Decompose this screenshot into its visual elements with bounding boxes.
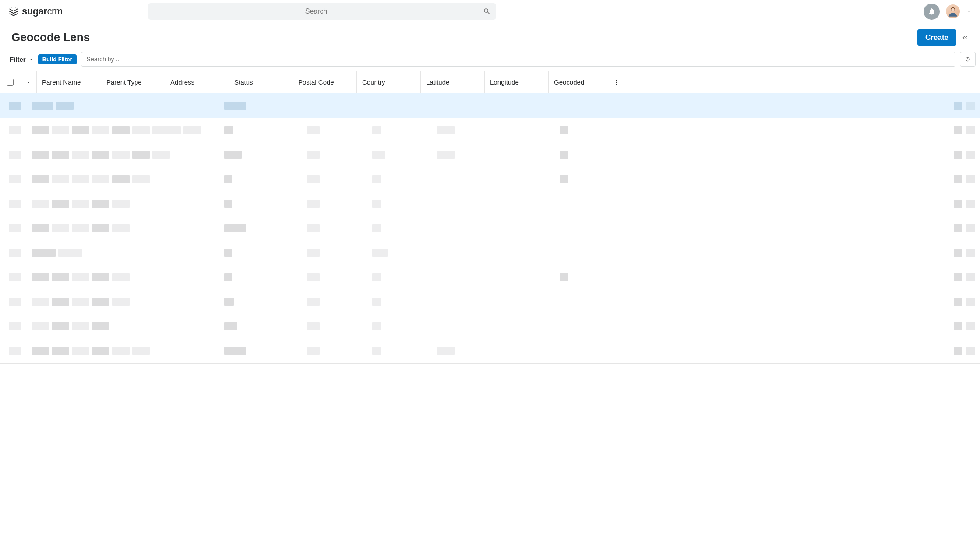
- col-parent-type[interactable]: Parent Type: [101, 71, 165, 93]
- build-filter-button[interactable]: Build Filter: [38, 54, 77, 64]
- brand-logo[interactable]: sugarcrm: [8, 6, 63, 17]
- svg-point-2: [616, 80, 617, 81]
- table-row[interactable]: [0, 290, 980, 314]
- table-row[interactable]: [0, 93, 980, 118]
- create-button[interactable]: Create: [917, 29, 956, 46]
- svg-point-3: [616, 81, 617, 83]
- grid-header: Parent Name Parent Type Address Status P…: [0, 71, 980, 93]
- table-row[interactable]: [0, 216, 980, 240]
- table-row[interactable]: [0, 339, 980, 363]
- brand-text: sugarcrm: [22, 6, 63, 17]
- page-title: Geocode Lens: [11, 31, 90, 44]
- refresh-button[interactable]: [960, 52, 976, 67]
- table-row[interactable]: [0, 118, 980, 142]
- svg-point-4: [616, 84, 617, 85]
- col-latitude[interactable]: Latitude: [421, 71, 485, 93]
- table-row[interactable]: [0, 314, 980, 339]
- chevron-down-icon: [28, 57, 34, 62]
- filter-search-input[interactable]: [81, 52, 955, 67]
- user-avatar[interactable]: [946, 4, 960, 18]
- col-parent-name[interactable]: Parent Name: [37, 71, 101, 93]
- select-all-checkbox[interactable]: [7, 79, 14, 86]
- kebab-icon: [613, 79, 620, 86]
- data-grid: Parent Name Parent Type Address Status P…: [0, 71, 980, 364]
- col-postal-code[interactable]: Postal Code: [293, 71, 357, 93]
- collapse-panel-button[interactable]: [961, 34, 969, 42]
- search-icon[interactable]: [483, 7, 491, 15]
- col-status[interactable]: Status: [229, 71, 293, 93]
- svg-point-1: [951, 8, 954, 11]
- table-row[interactable]: [0, 167, 980, 191]
- table-row[interactable]: [0, 191, 980, 216]
- global-search[interactable]: [148, 3, 496, 20]
- stack-icon: [8, 6, 19, 17]
- column-options-button[interactable]: [606, 71, 627, 93]
- refresh-icon: [964, 56, 971, 63]
- col-geocoded[interactable]: Geocoded: [549, 71, 606, 93]
- notifications-button[interactable]: [924, 4, 940, 20]
- person-icon: [947, 5, 959, 18]
- table-row[interactable]: [0, 265, 980, 290]
- chevron-down-icon: [26, 80, 31, 85]
- table-row[interactable]: [0, 240, 980, 265]
- chevron-down-icon[interactable]: [966, 8, 972, 14]
- chevrons-left-icon: [961, 34, 969, 42]
- col-country[interactable]: Country: [357, 71, 421, 93]
- filter-dropdown[interactable]: Filter: [10, 56, 34, 63]
- col-address[interactable]: Address: [165, 71, 229, 93]
- filter-label: Filter: [10, 56, 26, 63]
- table-row[interactable]: [0, 142, 980, 167]
- row-actions-dropdown-header[interactable]: [20, 71, 37, 93]
- select-all-cell[interactable]: [0, 71, 20, 93]
- col-longitude[interactable]: Longitude: [485, 71, 549, 93]
- bell-icon: [928, 7, 936, 15]
- global-search-input[interactable]: [148, 3, 496, 20]
